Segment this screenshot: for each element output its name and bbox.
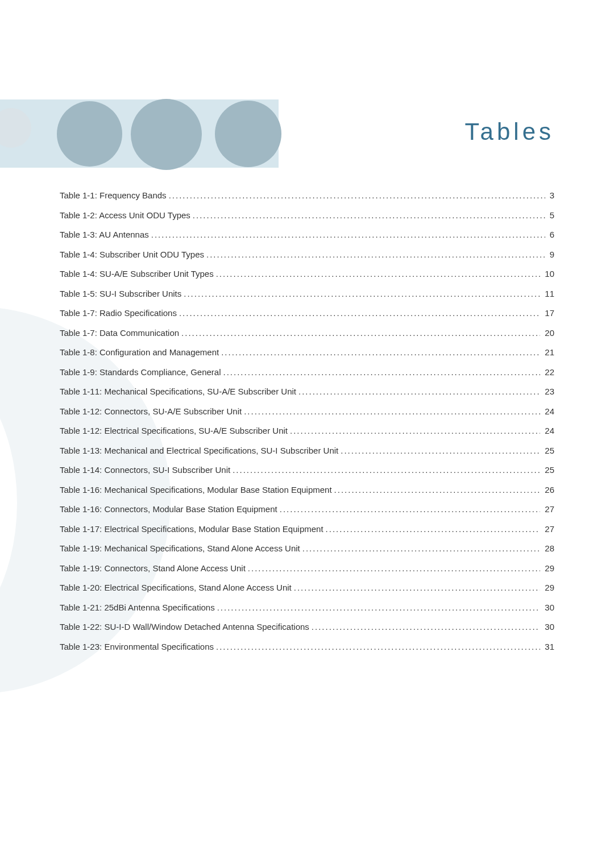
toc-entry[interactable]: Table 1-3: AU Antennas6 [60, 230, 554, 239]
toc-entry[interactable]: Table 1-20: Electrical Specifications, S… [60, 583, 554, 592]
toc-entry-label: Table 1-16: Mechanical Specifications, M… [60, 485, 332, 495]
toc-entry-label: Table 1-1: Frequency Bands [60, 190, 167, 200]
toc-leader-dots [280, 504, 541, 514]
toc-entry-page: 5 [550, 210, 554, 220]
toc-entry-page: 11 [545, 289, 554, 298]
toc-entry-label: Table 1-17: Electrical Specifications, M… [60, 524, 323, 534]
toc-entry[interactable]: Table 1-12: Connectors, SU-A/E Subscribe… [60, 406, 554, 416]
toc-entry[interactable]: Table 1-23: Environmental Specifications… [60, 642, 554, 651]
toc-entry-page: 21 [545, 347, 554, 357]
toc-leader-dots [206, 250, 545, 259]
toc-entry[interactable]: Table 1-16: Connectors, Modular Base Sta… [60, 504, 554, 514]
toc-entry-page: 17 [545, 308, 554, 318]
toc-entry-label: Table 1-8: Configuration and Management [60, 347, 219, 357]
toc-leader-dots [312, 622, 540, 632]
toc-entry-label: Table 1-4: SU-A/E Subscriber Unit Types [60, 269, 214, 279]
toc-entry[interactable]: Table 1-4: Subscriber Unit ODU Types9 [60, 250, 554, 259]
table-of-contents: Table 1-1: Frequency Bands3Table 1-2: Ac… [60, 190, 554, 661]
toc-entry-label: Table 1-7: Data Communication [60, 328, 179, 338]
toc-entry-page: 22 [545, 367, 554, 377]
toc-entry[interactable]: Table 1-16: Mechanical Specifications, M… [60, 485, 554, 495]
toc-entry[interactable]: Table 1-21: 25dBi Antenna Specifications… [60, 603, 554, 612]
toc-entry-page: 20 [545, 328, 554, 338]
toc-leader-dots [169, 190, 545, 200]
toc-entry[interactable]: Table 1-13: Mechanical and Electrical Sp… [60, 446, 554, 455]
toc-leader-dots [179, 308, 540, 318]
toc-leader-dots [216, 642, 540, 651]
toc-leader-dots [341, 446, 540, 455]
toc-entry-label: Table 1-11: Mechanical Specifications, S… [60, 387, 296, 396]
toc-leader-dots [334, 485, 541, 495]
toc-entry-label: Table 1-9: Standards Compliance, General [60, 367, 221, 377]
toc-entry[interactable]: Table 1-7: Data Communication20 [60, 328, 554, 338]
toc-entry[interactable]: Table 1-17: Electrical Specifications, M… [60, 524, 554, 534]
toc-leader-dots [294, 583, 541, 592]
toc-leader-dots [244, 406, 540, 416]
toc-entry-label: Table 1-12: Electrical Specifications, S… [60, 426, 288, 435]
toc-entry-page: 6 [550, 230, 554, 239]
toc-leader-dots [221, 347, 540, 357]
toc-leader-dots [223, 367, 541, 377]
toc-entry-page: 25 [545, 446, 554, 455]
toc-entry[interactable]: Table 1-19: Mechanical Specifications, S… [60, 543, 554, 553]
toc-entry-label: Table 1-16: Connectors, Modular Base Sta… [60, 504, 277, 514]
toc-entry-page: 3 [550, 190, 554, 200]
toc-entry-page: 24 [545, 426, 554, 435]
toc-entry[interactable]: Table 1-2: Access Unit ODU Types5 [60, 210, 554, 220]
toc-entry-page: 26 [545, 485, 554, 495]
toc-leader-dots [193, 210, 545, 220]
toc-entry[interactable]: Table 1-7: Radio Specifications17 [60, 308, 554, 318]
toc-entry-label: Table 1-3: AU Antennas [60, 230, 149, 239]
toc-leader-dots [181, 328, 540, 338]
toc-entry-page: 31 [545, 642, 554, 651]
toc-entry[interactable]: Table 1-22: SU-I-D Wall/Window Detached … [60, 622, 554, 632]
decorative-circle-4 [215, 101, 281, 167]
toc-leader-dots [233, 465, 540, 475]
toc-entry-label: Table 1-14: Connectors, SU-I Subscriber … [60, 465, 230, 475]
toc-leader-dots [298, 387, 540, 396]
toc-entry-label: Table 1-13: Mechanical and Electrical Sp… [60, 446, 338, 455]
toc-entry-page: 27 [545, 504, 554, 514]
toc-entry-page: 28 [545, 543, 554, 553]
toc-leader-dots [326, 524, 541, 534]
toc-entry-label: Table 1-22: SU-I-D Wall/Window Detached … [60, 622, 309, 632]
toc-entry-page: 30 [545, 622, 554, 632]
page-title: Tables [465, 118, 554, 146]
toc-leader-dots [151, 230, 545, 239]
toc-entry-page: 27 [545, 524, 554, 534]
toc-entry[interactable]: Table 1-1: Frequency Bands3 [60, 190, 554, 200]
toc-entry-page: 25 [545, 465, 554, 475]
toc-entry-page: 23 [545, 387, 554, 396]
toc-entry-label: Table 1-23: Environmental Specifications [60, 642, 214, 651]
toc-entry[interactable]: Table 1-19: Connectors, Stand Alone Acce… [60, 563, 554, 573]
toc-leader-dots [290, 426, 540, 435]
toc-leader-dots [216, 269, 541, 279]
toc-entry[interactable]: Table 1-8: Configuration and Management2… [60, 347, 554, 357]
toc-entry[interactable]: Table 1-12: Electrical Specifications, S… [60, 426, 554, 435]
toc-entry[interactable]: Table 1-11: Mechanical Specifications, S… [60, 387, 554, 396]
toc-entry-label: Table 1-5: SU-I Subscriber Units [60, 289, 181, 298]
toc-entry-label: Table 1-19: Connectors, Stand Alone Acce… [60, 563, 246, 573]
toc-entry[interactable]: Table 1-14: Connectors, SU-I Subscriber … [60, 465, 554, 475]
toc-leader-dots [302, 543, 541, 553]
toc-entry-page: 24 [545, 406, 554, 416]
toc-entry-label: Table 1-12: Connectors, SU-A/E Subscribe… [60, 406, 242, 416]
toc-entry[interactable]: Table 1-5: SU-I Subscriber Units11 [60, 289, 554, 298]
toc-entry-page: 10 [545, 269, 554, 279]
toc-entry-label: Table 1-21: 25dBi Antenna Specifications [60, 603, 215, 612]
decorative-circle-2 [57, 101, 122, 167]
toc-entry-page: 29 [545, 563, 554, 573]
decorative-circle-3 [131, 99, 202, 170]
toc-entry-label: Table 1-4: Subscriber Unit ODU Types [60, 250, 204, 259]
toc-leader-dots [248, 563, 540, 573]
toc-entry-page: 30 [545, 603, 554, 612]
toc-entry-page: 29 [545, 583, 554, 592]
toc-entry[interactable]: Table 1-9: Standards Compliance, General… [60, 367, 554, 377]
toc-entry-label: Table 1-19: Mechanical Specifications, S… [60, 543, 300, 553]
toc-entry-label: Table 1-20: Electrical Specifications, S… [60, 583, 292, 592]
toc-leader-dots [184, 289, 540, 298]
toc-leader-dots [217, 603, 541, 612]
toc-entry[interactable]: Table 1-4: SU-A/E Subscriber Unit Types1… [60, 269, 554, 279]
toc-entry-page: 9 [550, 250, 554, 259]
toc-entry-label: Table 1-2: Access Unit ODU Types [60, 210, 190, 220]
